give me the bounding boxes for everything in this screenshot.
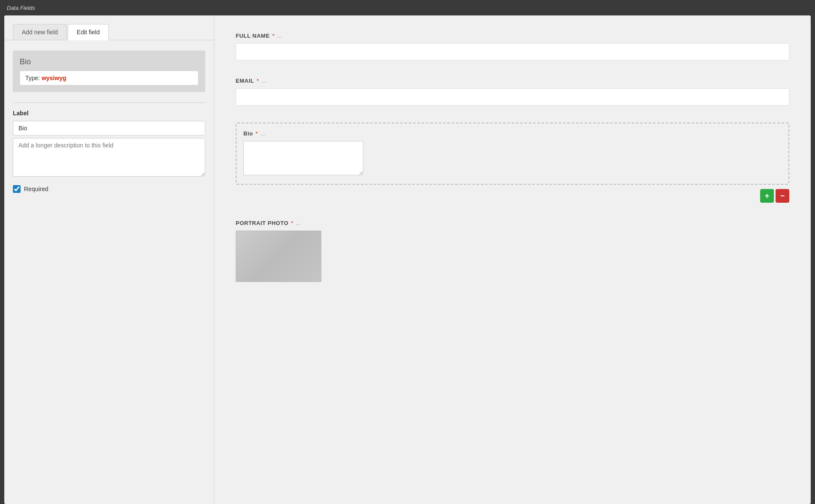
required-label: Required: [24, 186, 48, 192]
required-row: Required: [13, 185, 205, 193]
required-star-portrait: *: [291, 220, 293, 226]
tabs-row: Add new field Edit field: [4, 15, 214, 40]
required-star-email: *: [257, 78, 259, 84]
field-preview-name: Bio: [20, 57, 198, 66]
dots-email: ...: [261, 78, 266, 84]
field-label-row-bio: Bio * ...: [243, 130, 782, 137]
tab-edit-field[interactable]: Edit field: [68, 24, 109, 40]
field-label-bio: Bio: [243, 130, 253, 137]
divider: [13, 102, 205, 103]
dots-portrait: ...: [296, 220, 300, 226]
field-label-row-full-name: FULL NAME * ...: [236, 33, 789, 39]
email-input[interactable]: [236, 88, 789, 105]
field-group-email: EMAIL * ...: [236, 78, 789, 105]
top-bar: Data Fields: [0, 0, 815, 15]
field-type-value: wysiwyg: [42, 75, 66, 81]
portrait-placeholder: [236, 231, 321, 282]
left-panel: Add new field Edit field Bio Type: wysiw…: [4, 15, 214, 504]
bio-field-container: Bio * ...: [236, 123, 789, 185]
bio-action-buttons: + −: [236, 189, 789, 203]
app-title: Data Fields: [7, 5, 35, 11]
field-group-portrait: PORTRAIT PHOTO * ...: [236, 220, 789, 282]
field-label-full-name: FULL NAME: [236, 33, 270, 39]
right-panel: FULL NAME * ... EMAIL * ... Bio * ...: [214, 15, 811, 504]
dots-bio: ...: [261, 130, 265, 137]
label-section-title: Label: [13, 110, 205, 117]
tab-add-new-field[interactable]: Add new field: [13, 24, 67, 40]
field-group-full-name: FULL NAME * ...: [236, 33, 789, 60]
field-label-row-portrait: PORTRAIT PHOTO * ...: [236, 220, 789, 226]
field-type-label: Type:: [25, 75, 40, 81]
field-label-email: EMAIL: [236, 78, 254, 84]
description-textarea[interactable]: [13, 138, 205, 177]
dots-full-name: ...: [277, 33, 282, 39]
add-field-button[interactable]: +: [760, 189, 774, 203]
full-name-input[interactable]: [236, 43, 789, 60]
field-label-portrait: PORTRAIT PHOTO: [236, 220, 288, 226]
field-group-bio: Bio * ... + −: [236, 123, 789, 203]
field-label-row-email: EMAIL * ...: [236, 78, 789, 84]
required-star-full-name: *: [272, 33, 274, 39]
bio-textarea[interactable]: [243, 141, 363, 175]
required-star-bio: *: [255, 130, 258, 137]
label-section: Label: [13, 110, 205, 178]
label-input[interactable]: [13, 121, 205, 135]
remove-field-button[interactable]: −: [776, 189, 789, 203]
required-checkbox[interactable]: [13, 185, 21, 193]
left-panel-content: Bio Type: wysiwyg Label Required: [4, 40, 214, 504]
field-type-box: Type: wysiwyg: [20, 71, 198, 85]
main-container: Add new field Edit field Bio Type: wysiw…: [4, 15, 811, 504]
field-preview-card: Bio Type: wysiwyg: [13, 51, 205, 92]
